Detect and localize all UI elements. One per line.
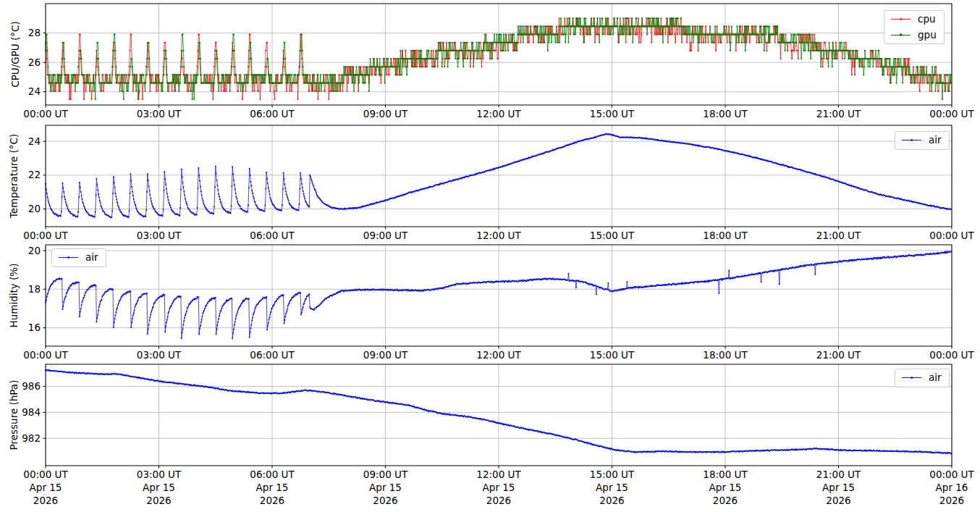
x-tick-label: 00:00 UT [23,469,68,480]
series-air-line [46,134,951,217]
x-tick-label: 00:00 UT [929,349,974,361]
y-tick-label: 28 [28,27,41,38]
legend-humidity: air [51,248,106,267]
y-axis-label-temperature: Temperature (°C) [8,134,20,219]
x-tick-label: 18:00 UT [703,469,748,480]
panel-1: 20222400:00 UT03:00 UT06:00 UT09:00 UT12… [23,125,974,241]
legend-line-sample-air-temperature [902,140,921,140]
x-tick-label: 00:00 UT [929,469,974,480]
x-tick-label: 2026 [486,495,511,506]
x-tick-label: Apr 16 [936,482,968,493]
legend-pressure: air [895,369,950,387]
x-tick-label: 2026 [33,495,58,506]
legend-marker-air-pressure [911,377,913,379]
x-tick-label: 09:00 UT [363,469,408,480]
legend-line-sample-air-pressure [902,377,921,378]
legend-marker-air-humidity [67,256,70,259]
series-air-line [46,370,951,454]
x-tick-label: 15:00 UT [590,469,635,480]
y-tick-label: 982 [22,432,41,444]
x-tick-label: 2026 [713,495,738,506]
y-tick-label: 26 [28,56,41,68]
x-tick-label: 09:00 UT [363,349,408,361]
y-tick-label: 24 [28,85,41,97]
x-tick-label: 06:00 UT [250,349,295,361]
y-tick-label: 20 [28,203,41,214]
x-tick-label: 2026 [826,495,850,506]
x-tick-label: 00:00 UT [929,230,974,241]
y-axis-label-humidity: Humidity (%) [8,264,20,328]
legend-line-sample-air-humidity [59,257,78,258]
y-axis-label-cpu-gpu: CPU/GPU (°C) [9,21,21,87]
legend-line-sample-gpu [891,35,911,35]
gridlines [46,364,952,466]
legend-line-sample-cpu [891,19,911,20]
x-tick-label: Apr 15 [596,482,628,493]
plot-canvas: 24262800:00 UT03:00 UT06:00 UT09:00 UT12… [0,0,980,512]
legend-entry-air-humidity: air [59,253,98,263]
x-tick-label: 03:00 UT [137,230,182,241]
panel-3: 98298498600:00 UT03:00 UT06:00 UT09:00 U… [22,364,974,506]
legend-label-gpu: gpu [918,30,937,41]
x-tick-label: 18:00 UT [703,230,748,241]
legend-marker-air-temperature [911,139,913,142]
x-tick-label: 12:00 UT [476,469,521,480]
legend-temperature: air [895,131,950,150]
x-tick-label: 21:00 UT [816,108,861,119]
x-tick-label: 21:00 UT [816,349,861,361]
x-tick-label: Apr 15 [483,482,515,493]
x-tick-label: 12:00 UT [476,108,521,119]
legend-label-air-pressure: air [929,373,942,383]
x-tick-label: 03:00 UT [137,108,182,119]
x-tick-label: 00:00 UT [23,349,68,361]
x-tick-label: 06:00 UT [250,230,295,241]
legend-cpu-gpu: cpu gpu [884,10,945,44]
x-tick-label: 12:00 UT [476,230,521,241]
x-tick-label: 2026 [599,495,624,506]
x-tick-label: 2026 [939,495,964,506]
x-tick-label: 09:00 UT [363,108,408,119]
x-tick-label: 12:00 UT [476,349,521,361]
legend-marker-gpu [900,33,903,36]
x-tick-label: 2026 [146,495,171,506]
y-axis-label-pressure: Pressure (hPa) [8,380,20,450]
axis-ticks [43,387,952,469]
x-tick-label: 18:00 UT [703,349,748,361]
x-tick-label: 21:00 UT [816,230,861,241]
legend-label-air-humidity: air [85,253,98,263]
x-tick-label: 06:00 UT [250,469,295,480]
legend-entry-gpu: gpu [891,30,937,41]
legend-label-air-temperature: air [929,135,942,146]
y-tick-label: 24 [28,135,41,147]
x-tick-label: 00:00 UT [23,108,68,119]
x-tick-label: 00:00 UT [929,108,974,119]
y-tick-label: 986 [22,380,41,392]
panel-0: 24262800:00 UT03:00 UT06:00 UT09:00 UT12… [23,4,974,119]
legend-entry-cpu: cpu [891,14,937,25]
x-tick-label: 15:00 UT [590,349,635,361]
x-tick-label: 15:00 UT [590,230,635,241]
legend-entry-air-pressure: air [902,373,942,383]
legend-entry-air-temperature: air [902,135,942,146]
series-air-markers [46,370,951,454]
x-tick-label: 09:00 UT [363,230,408,241]
series-air-line [46,252,951,339]
x-tick-label: 18:00 UT [703,108,748,119]
x-tick-label: 21:00 UT [816,469,861,480]
x-tick-label: 15:00 UT [590,108,635,119]
x-tick-label: Apr 15 [256,482,289,493]
y-tick-label: 22 [28,169,41,180]
x-tick-label: 03:00 UT [137,349,182,361]
panel-2: 16182000:00 UT03:00 UT06:00 UT09:00 UT12… [23,245,974,361]
x-tick-label: 06:00 UT [250,108,295,119]
x-tick-label: 2026 [373,495,397,506]
legend-label-cpu: cpu [918,14,936,25]
x-tick-label: Apr 15 [822,482,855,493]
legend-marker-cpu [900,18,903,21]
y-tick-label: 984 [22,406,41,418]
x-tick-label: Apr 15 [143,482,175,493]
x-tick-label: 03:00 UT [137,469,182,480]
y-tick-label: 18 [28,283,41,295]
y-tick-label: 20 [28,245,41,256]
x-tick-label: Apr 15 [30,482,62,493]
